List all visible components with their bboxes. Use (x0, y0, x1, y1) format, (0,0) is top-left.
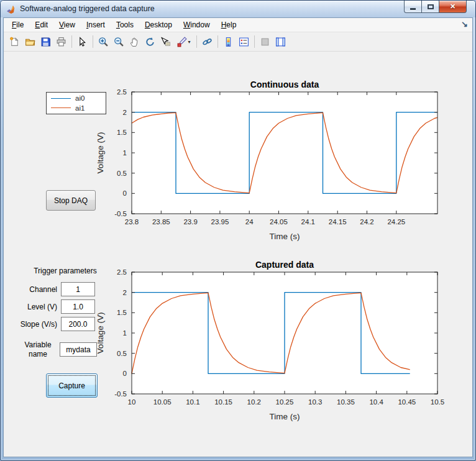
menu-file[interactable]: File (6, 19, 29, 31)
continuous-data-chart: 23.823.8523.923.952424.0524.124.1524.224… (94, 79, 454, 245)
svg-text:23.9: 23.9 (183, 218, 197, 226)
matlab-icon (6, 4, 16, 14)
svg-text:2.5: 2.5 (117, 268, 127, 276)
brush-button[interactable]: ▾ (173, 34, 194, 50)
print-figure-button[interactable] (53, 34, 69, 50)
svg-text:10.35: 10.35 (337, 398, 355, 406)
pointer-button[interactable] (75, 34, 90, 50)
matlab-figure-window: Software-analog triggered data capture ✕… (0, 0, 476, 461)
menu-desktop[interactable]: Desktop (139, 19, 178, 31)
toolbar-separator (196, 35, 197, 48)
menu-edit[interactable]: Edit (29, 19, 53, 31)
rotate-3d-icon (145, 37, 155, 47)
zoom-in-icon (98, 37, 109, 47)
svg-text:0.5: 0.5 (117, 350, 127, 357)
zoom-out-button[interactable] (111, 34, 127, 50)
variable-name-field-row: Variable name (4, 342, 97, 357)
legend-line-sample (51, 107, 71, 108)
svg-text:10.1: 10.1 (186, 398, 199, 406)
maximize-button[interactable] (421, 1, 439, 13)
pointer-icon (77, 37, 88, 47)
captured-data-chart: 1010.0510.110.1510.210.2510.310.3510.410… (94, 259, 454, 426)
link-plots-icon (202, 37, 213, 47)
channel-field-row: Channel (4, 282, 95, 296)
svg-text:10.45: 10.45 (398, 398, 416, 406)
rotate-3d-button[interactable] (142, 34, 158, 50)
svg-text:Time (s): Time (s) (270, 232, 300, 241)
toolbar-separator (254, 35, 255, 48)
menu-window[interactable]: Window (178, 19, 216, 31)
brush-icon (176, 37, 187, 47)
titlebar[interactable]: Software-analog triggered data capture ✕ (1, 1, 475, 17)
insert-colorbar-button[interactable] (221, 34, 236, 50)
level-field-row: Level (V) (4, 299, 95, 314)
svg-text:1: 1 (123, 329, 127, 337)
svg-text:1.5: 1.5 (117, 129, 127, 136)
slope-input[interactable] (61, 317, 95, 331)
zoom-out-icon (114, 37, 124, 47)
toolbar-separator (217, 35, 218, 48)
svg-text:0.5: 0.5 (117, 170, 127, 177)
minimize-icon (410, 8, 416, 10)
svg-text:2.5: 2.5 (117, 88, 127, 96)
svg-text:2: 2 (123, 109, 127, 116)
svg-text:0: 0 (123, 189, 127, 197)
svg-text:Captured data: Captured data (255, 260, 314, 270)
toolbar: ▾ (4, 32, 472, 52)
svg-text:10.2: 10.2 (247, 398, 261, 406)
svg-text:24.1: 24.1 (301, 218, 315, 226)
maximize-icon (428, 4, 434, 9)
capture-button[interactable]: Capture (46, 373, 98, 398)
svg-text:24.25: 24.25 (387, 218, 405, 226)
svg-text:24: 24 (245, 218, 254, 226)
window-title: Software-analog triggered data capture (20, 1, 155, 17)
svg-text:-0.5: -0.5 (114, 210, 127, 217)
legend-line-sample (51, 98, 71, 99)
hide-plot-tools-icon (260, 37, 270, 47)
svg-text:Continuous data: Continuous data (250, 80, 319, 89)
insert-colorbar-icon (223, 37, 234, 47)
stop-daq-button[interactable]: Stop DAQ (46, 190, 96, 211)
hide-plot-tools-button[interactable] (257, 34, 273, 50)
data-cursor-button[interactable] (158, 34, 173, 50)
menu-help[interactable]: Help (216, 19, 242, 31)
brush-dropdown-caret[interactable]: ▾ (188, 39, 190, 45)
window-controls: ✕ (405, 1, 467, 13)
svg-text:10.15: 10.15 (214, 398, 232, 406)
menu-insert[interactable]: Insert (81, 19, 111, 31)
legend-label: ai1 (75, 104, 85, 112)
figure-canvas: ai0ai1 23.823.8523.923.952424.0524.124.1… (4, 52, 472, 457)
new-figure-icon (9, 37, 20, 47)
menu-view[interactable]: View (53, 19, 81, 31)
close-button[interactable]: ✕ (439, 1, 467, 13)
svg-text:23.85: 23.85 (152, 218, 170, 226)
level-input[interactable] (61, 299, 95, 314)
svg-text:10.25: 10.25 (276, 398, 294, 406)
pan-button[interactable] (127, 34, 142, 50)
variable-name-input[interactable] (60, 342, 97, 357)
show-plot-tools-button[interactable] (273, 34, 288, 50)
svg-text:Time (s): Time (s) (270, 412, 300, 421)
svg-text:24.05: 24.05 (270, 218, 288, 226)
zoom-in-button[interactable] (96, 34, 111, 50)
new-figure-button[interactable] (7, 34, 22, 50)
channel-input[interactable] (61, 282, 95, 296)
dock-figure-icon[interactable]: ↘ (461, 19, 468, 29)
channel-label: Channel (4, 285, 57, 294)
pan-icon (129, 37, 140, 47)
insert-legend-button[interactable] (236, 34, 252, 50)
level-label: Level (V) (4, 303, 57, 311)
svg-text:10.5: 10.5 (431, 398, 444, 406)
close-icon: ✕ (450, 3, 455, 10)
link-plots-button[interactable] (199, 34, 215, 50)
svg-text:10.3: 10.3 (308, 398, 322, 406)
svg-text:10.4: 10.4 (369, 398, 383, 406)
svg-text:23.8: 23.8 (125, 218, 139, 226)
menu-tools[interactable]: Tools (111, 19, 139, 31)
slope-field-row: Slope (V/s) (4, 317, 95, 331)
minimize-button[interactable] (404, 1, 422, 13)
save-figure-button[interactable] (38, 34, 53, 50)
save-figure-icon (40, 37, 51, 47)
open-file-button[interactable] (22, 34, 38, 50)
show-plot-tools-icon (275, 37, 286, 47)
